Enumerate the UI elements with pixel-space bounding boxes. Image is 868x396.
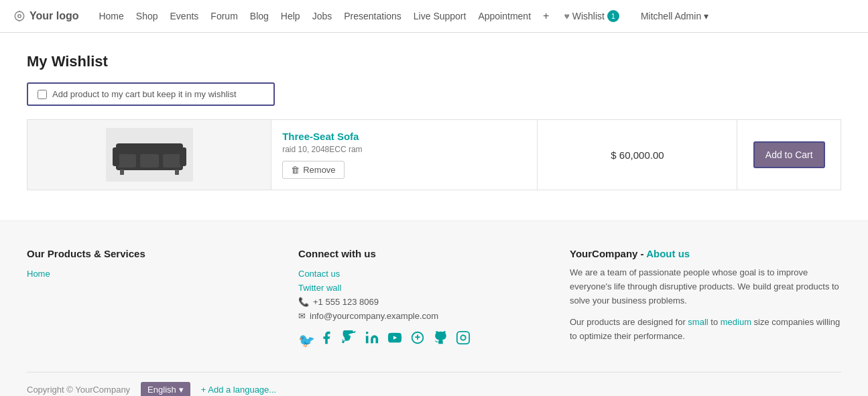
heart-icon: ♥ xyxy=(564,11,569,21)
svg-rect-6 xyxy=(140,154,159,168)
nav-home[interactable]: Home xyxy=(99,11,123,21)
about-us-link[interactable]: About us xyxy=(646,248,690,259)
footer-col-connect: Connect with us Contact us Twitter wall … xyxy=(298,248,570,352)
nav-events[interactable]: Events xyxy=(170,11,199,21)
svg-rect-7 xyxy=(163,154,182,168)
linkedin-icon[interactable] xyxy=(365,330,379,348)
product-image xyxy=(106,128,193,182)
wishlist-keep-option: Add product to my cart but keep it in my… xyxy=(27,82,275,106)
svg-point-13 xyxy=(365,332,368,334)
product-name[interactable]: Three-Seat Sofa xyxy=(282,131,526,142)
footer-col-company: YourCompany - About us We are a team of … xyxy=(570,248,841,352)
footer-bottom: Copyright © YourCompany English ▾ + Add … xyxy=(27,372,841,396)
wishlist-table: Three-Seat Sofa raid 10, 2048ECC ram 🗑 R… xyxy=(27,119,841,190)
nav-links: Home Shop Events Forum Blog Help Jobs Pr… xyxy=(99,10,855,22)
footer-home-link[interactable]: Home xyxy=(27,269,298,279)
youtube-icon[interactable] xyxy=(387,330,402,348)
footer-col-products: Our Products & Services Home xyxy=(27,248,298,352)
wishlist-label: Wishlist xyxy=(572,11,605,21)
phone-icon: 📞 xyxy=(298,297,309,307)
copyright-text: Copyright © YourCompany xyxy=(27,385,130,395)
nav-appointment[interactable]: Appointment xyxy=(478,11,531,21)
footer-company-title: YourCompany - About us xyxy=(570,248,841,259)
product-info-cell: Three-Seat Sofa raid 10, 2048ECC ram 🗑 R… xyxy=(271,120,538,190)
add-to-cart-button[interactable]: Add to Cart xyxy=(753,141,825,168)
instagram-icon[interactable] xyxy=(456,330,471,348)
chevron-down-icon: ▾ xyxy=(704,11,708,21)
nav-blog[interactable]: Blog xyxy=(250,11,269,21)
nav-shop[interactable]: Shop xyxy=(136,11,158,21)
product-desc: raid 10, 2048ECC ram xyxy=(282,145,526,154)
nav-forum[interactable]: Forum xyxy=(210,11,237,21)
footer-columns: Our Products & Services Home Connect wit… xyxy=(27,248,841,352)
keep-in-wishlist-checkbox[interactable] xyxy=(38,90,47,99)
keep-in-wishlist-label[interactable]: Add product to my cart but keep it in my… xyxy=(52,89,237,99)
site-footer: Our Products & Services Home Connect wit… xyxy=(0,220,868,396)
nav-live-support[interactable]: Live Support xyxy=(414,11,467,21)
site-logo[interactable]: Your logo xyxy=(13,10,78,22)
product-image-cell xyxy=(27,120,271,190)
wishlist-nav-item[interactable]: ♥ Wishlist 1 xyxy=(564,10,619,22)
facebook-icon[interactable]: 🐦 xyxy=(298,330,334,348)
footer-social-links: 🐦 xyxy=(298,330,570,348)
product-price-cell: $ 60,000.00 xyxy=(538,120,737,190)
github-icon[interactable] xyxy=(433,330,448,348)
footer-email: ✉ info@yourcompany.example.com xyxy=(298,311,570,321)
svg-rect-12 xyxy=(175,170,179,175)
nav-help[interactable]: Help xyxy=(281,11,300,21)
footer-desc-1: We are a team of passionate people whose… xyxy=(570,266,841,308)
nav-plus-button[interactable]: + xyxy=(543,10,549,22)
user-name: Mitchell Admin xyxy=(641,11,701,21)
remove-button[interactable]: 🗑 Remove xyxy=(282,161,344,179)
googleplus-icon[interactable] xyxy=(410,330,425,348)
main-nav: Your logo Home Shop Events Forum Blog He… xyxy=(0,0,868,33)
svg-rect-8 xyxy=(116,143,183,154)
footer-phone: 📞 +1 555 123 8069 xyxy=(298,297,570,307)
svg-point-1 xyxy=(18,15,21,18)
email-icon: ✉ xyxy=(298,311,306,321)
main-content: My Wishlist Add product to my cart but k… xyxy=(0,33,868,220)
svg-rect-10 xyxy=(180,147,186,166)
twitter-icon[interactable] xyxy=(342,330,357,348)
wishlist-count: 1 xyxy=(607,10,619,22)
nav-presentations[interactable]: Presentations xyxy=(344,11,401,21)
nav-jobs[interactable]: Jobs xyxy=(312,11,332,21)
svg-rect-5 xyxy=(117,154,136,168)
svg-rect-11 xyxy=(120,170,124,175)
add-to-cart-cell: Add to Cart xyxy=(737,120,841,190)
footer-twitter-link[interactable]: Twitter wall xyxy=(298,283,570,293)
svg-rect-15 xyxy=(456,332,469,344)
footer-products-title: Our Products & Services xyxy=(27,248,298,259)
page-title: My Wishlist xyxy=(27,53,841,70)
product-price: $ 60,000.00 xyxy=(611,149,664,161)
trash-icon: 🗑 xyxy=(291,165,300,175)
footer-contact-link[interactable]: Contact us xyxy=(298,269,570,279)
footer-desc-2: Our products are designed for small to m… xyxy=(570,316,841,344)
chevron-down-icon: ▾ xyxy=(179,385,184,395)
footer-connect-title: Connect with us xyxy=(298,248,570,259)
table-row: Three-Seat Sofa raid 10, 2048ECC ram 🗑 R… xyxy=(27,120,841,190)
user-menu[interactable]: Mitchell Admin ▾ xyxy=(641,11,708,21)
add-language-link[interactable]: + Add a language... xyxy=(201,385,276,395)
svg-rect-9 xyxy=(113,147,119,166)
svg-point-0 xyxy=(15,11,24,21)
language-selector[interactable]: English ▾ xyxy=(141,382,190,396)
